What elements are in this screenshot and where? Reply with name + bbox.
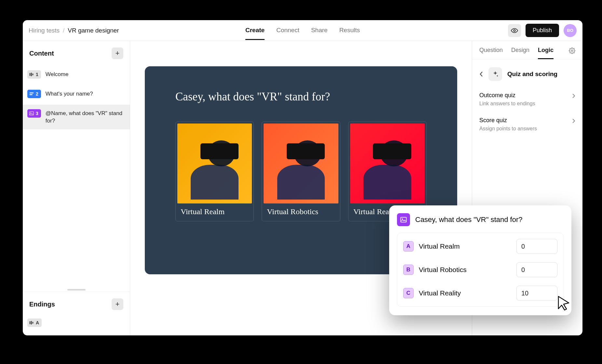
choice-image <box>350 124 425 203</box>
preview-button[interactable] <box>508 24 521 37</box>
score-row-b: B Virtual Robotics <box>402 260 559 280</box>
score-input-b[interactable] <box>516 262 557 277</box>
choice-virtual-realm[interactable]: Virtual Realm <box>175 122 254 221</box>
svg-point-13 <box>402 218 403 219</box>
endings-title: Endings <box>29 301 55 308</box>
choices-row: Virtual Realm Virtual Robotics Virtual R… <box>175 122 427 221</box>
svg-rect-2 <box>31 73 32 76</box>
svg-rect-6 <box>30 112 34 115</box>
quiz-heading-row: Quiz and scoring <box>472 59 582 87</box>
letter-badge: B <box>403 265 414 275</box>
quiz-heading: Quiz and scoring <box>507 71 557 78</box>
score-quiz-option[interactable]: Score quiz Assign points to answers <box>472 112 582 137</box>
choice-label: Virtual Robotics <box>264 203 338 219</box>
popup-head: Casey, what does "VR" stand for? <box>397 213 564 226</box>
content-label: What's your name? <box>46 90 93 98</box>
eye-icon <box>511 27 518 34</box>
resize-handle[interactable] <box>23 289 130 292</box>
breadcrumb-separator: / <box>63 27 64 34</box>
svg-rect-9 <box>31 321 32 325</box>
answer-label: Virtual Robotics <box>419 266 511 274</box>
content-section-head: Content + <box>23 41 130 64</box>
score-row-a: A Virtual Realm <box>402 236 559 256</box>
answer-label: Virtual Realm <box>419 242 511 250</box>
popup-title: Casey, what does "VR" stand for? <box>415 215 522 224</box>
content-title: Content <box>29 50 54 57</box>
sparkle-badge <box>488 67 502 81</box>
content-item-name[interactable]: 2 What's your name? <box>23 85 130 103</box>
choice-virtual-robotics[interactable]: Virtual Robotics <box>262 122 340 221</box>
choice-label: Virtual Realm <box>177 203 252 219</box>
choice-image <box>264 124 338 203</box>
svg-rect-5 <box>30 94 33 95</box>
content-label: Welcome <box>46 71 69 78</box>
welcome-icon <box>29 72 34 77</box>
breadcrumb: Hiring tests / VR game designer <box>29 27 119 34</box>
settings-button[interactable] <box>569 47 575 58</box>
content-label: @Name, what does "VR" stand for? <box>46 110 124 125</box>
content-number: 1 <box>36 72 38 77</box>
svg-rect-10 <box>33 322 34 323</box>
score-title: Score quiz <box>479 117 575 124</box>
tab-question[interactable]: Question <box>479 47 503 59</box>
tab-create[interactable]: Create <box>245 21 265 40</box>
back-button[interactable] <box>479 71 483 77</box>
add-content-button[interactable]: + <box>112 47 123 59</box>
avatar[interactable]: BO <box>564 24 577 37</box>
tab-connect[interactable]: Connect <box>276 21 299 40</box>
ending-icon <box>29 320 34 325</box>
add-ending-button[interactable]: + <box>112 298 123 310</box>
letter-badge: C <box>403 288 414 298</box>
sidebar-left: Content + 1 Welcome 2 What's your n <box>23 41 130 335</box>
svg-rect-8 <box>30 321 31 324</box>
svg-point-11 <box>571 50 573 52</box>
chevron-right-icon <box>572 118 575 124</box>
tab-share[interactable]: Share <box>311 21 328 40</box>
vr-silhouette-icon <box>358 127 417 199</box>
content-number: 2 <box>36 91 38 97</box>
score-popup: Casey, what does "VR" stand for? A Virtu… <box>389 205 571 315</box>
question-title: Casey, what does "VR" stand for? <box>175 90 427 103</box>
content-number: 3 <box>36 111 38 116</box>
breadcrumb-current: VR game designer <box>68 27 119 34</box>
tab-logic[interactable]: Logic <box>538 47 554 59</box>
popup-badge <box>397 213 410 226</box>
right-tabs: Question Design Logic <box>472 41 582 59</box>
header-tabs: Create Connect Share Results <box>245 21 360 40</box>
picture-icon <box>29 111 34 116</box>
outcome-subtitle: Link answers to endings <box>479 101 575 107</box>
cursor-icon <box>556 294 572 311</box>
svg-rect-4 <box>30 93 34 94</box>
outcome-quiz-option[interactable]: Outcome quiz Link answers to endings <box>472 87 582 112</box>
tab-results[interactable]: Results <box>339 21 360 40</box>
svg-rect-12 <box>401 217 406 222</box>
content-list: 1 Welcome 2 What's your name? 3 <box>23 64 130 289</box>
ending-letter: A <box>36 320 39 325</box>
score-input-a[interactable] <box>516 239 557 254</box>
content-badge: 2 <box>27 90 41 98</box>
app-window: Hiring tests / VR game designer Create C… <box>23 20 582 335</box>
content-badge: 1 <box>27 70 41 79</box>
vr-silhouette-icon <box>271 127 331 199</box>
chevron-left-icon <box>479 71 483 77</box>
score-row-c: C Virtual Reality <box>402 283 559 303</box>
chevron-right-icon <box>572 93 575 98</box>
content-badge: 3 <box>27 109 41 118</box>
endings-section-head: Endings + <box>23 292 130 315</box>
vr-silhouette-icon <box>185 127 244 199</box>
svg-rect-3 <box>33 73 34 75</box>
ending-item-a[interactable]: A <box>23 315 130 331</box>
breadcrumb-parent[interactable]: Hiring tests <box>29 27 60 34</box>
header-right: Publish BO <box>508 24 577 37</box>
choice-image <box>177 124 252 203</box>
endings-section: Endings + A <box>23 292 130 335</box>
letter-badge: A <box>403 241 414 252</box>
gear-icon <box>569 47 575 54</box>
content-item-vr-question[interactable]: 3 @Name, what does "VR" stand for? <box>23 105 130 129</box>
header: Hiring tests / VR game designer Create C… <box>23 20 582 41</box>
score-input-c[interactable] <box>516 286 557 301</box>
tab-design[interactable]: Design <box>511 47 529 59</box>
content-item-welcome[interactable]: 1 Welcome <box>23 66 130 83</box>
svg-point-7 <box>30 112 31 113</box>
publish-button[interactable]: Publish <box>526 24 559 37</box>
